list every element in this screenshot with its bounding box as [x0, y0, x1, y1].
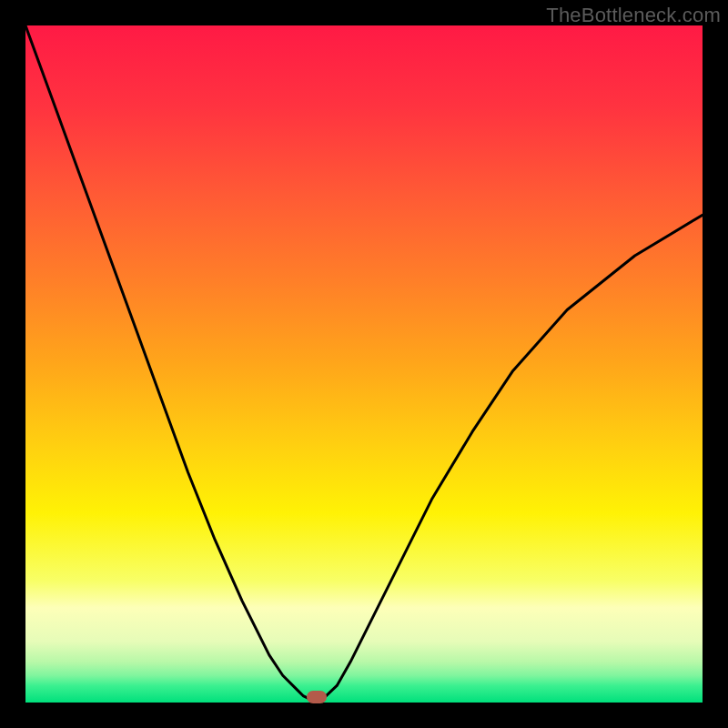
plot-frame	[25, 25, 703, 703]
watermark-text: TheBottleneck.com	[546, 4, 721, 27]
svg-rect-0	[25, 25, 703, 703]
optimal-point-marker	[307, 691, 327, 703]
plot-background-gradient	[25, 25, 703, 703]
